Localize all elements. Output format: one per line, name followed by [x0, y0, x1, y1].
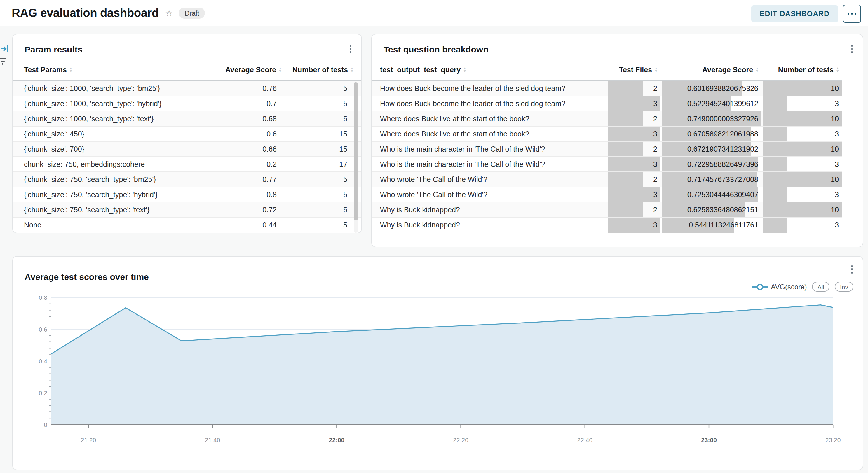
- test-params-cell: {'chunk_size': 1000, 'search_type': 'bm2…: [13, 84, 217, 93]
- number-of-tests-cell: 10: [763, 172, 842, 187]
- ellipsis-icon: [848, 13, 849, 14]
- cell-value: 3: [653, 130, 660, 138]
- dashboard-page: RAG evaluation dashboard ☆ Draft EDIT DA…: [0, 0, 868, 473]
- cell-value: 10: [831, 84, 842, 93]
- average-score-cell: 0.6258336480862151: [662, 202, 761, 217]
- column-header-number-of-tests[interactable]: Number of tests ▲▼: [287, 66, 361, 74]
- data-bar: [608, 157, 660, 171]
- test-params-cell: {'chunk_size': 750, 'search_type': 'bm25…: [13, 175, 217, 183]
- table-row: Who wrote 'The Call of the Wild'?20.7174…: [372, 172, 842, 187]
- table-row: Why is Buck kidnapped?30.544111324681176…: [372, 217, 842, 233]
- area-chart[interactable]: 21:2021:4022:0022:2022:4023:0023:2000.20…: [13, 257, 864, 471]
- cell-value: 3: [835, 191, 842, 199]
- data-bar: [763, 157, 786, 171]
- column-label: Number of tests: [292, 66, 348, 74]
- column-header-test-params[interactable]: Test Params ▲▼: [13, 66, 217, 74]
- test-query-cell: Why is Buck kidnapped?: [372, 206, 607, 214]
- average-score-cell: 0.5229452401399612: [662, 96, 761, 111]
- data-bar: [608, 81, 643, 96]
- svg-text:22:00: 22:00: [329, 437, 345, 443]
- number-of-tests-cell: 10: [763, 202, 842, 217]
- data-bar: [763, 142, 842, 156]
- column-header-test-files[interactable]: Test Files ▲▼: [608, 66, 660, 74]
- table-row: Who is the main character in 'The Call o…: [372, 142, 842, 157]
- panel-menu-kebab-icon[interactable]: [348, 42, 354, 55]
- cell-value: 10: [831, 114, 842, 123]
- cell-value: 0.6258336480862151: [687, 206, 761, 214]
- average-score-cell: 0.72: [217, 206, 287, 214]
- data-bar: [763, 127, 786, 141]
- data-bar: [763, 187, 786, 202]
- table-row: How does Buck become the leader of the s…: [372, 81, 842, 96]
- page-title: RAG evaluation dashboard: [12, 6, 159, 20]
- cell-value: 0.6721907341231902: [687, 145, 761, 153]
- cell-value: 10: [831, 145, 842, 153]
- test-params-cell: {'chunk_size': 1000, 'search_type': 'tex…: [13, 114, 217, 123]
- column-header-number-of-tests[interactable]: Number of tests ▲▼: [763, 66, 842, 74]
- number-of-tests-cell: 10: [763, 81, 842, 96]
- svg-text:21:20: 21:20: [81, 437, 96, 443]
- sort-icon: ▲▼: [654, 67, 658, 73]
- column-header-test-query[interactable]: test_output_test_query ▲▼: [372, 66, 607, 74]
- cell-value: 2: [653, 84, 660, 93]
- column-header-average-score[interactable]: Average Score ▲▼: [217, 66, 287, 74]
- average-score-cell: 0.44: [217, 221, 287, 229]
- expand-panel-icon[interactable]: [1, 44, 9, 55]
- filter-icon[interactable]: [0, 58, 5, 66]
- data-bar: [608, 187, 660, 202]
- edit-dashboard-button[interactable]: EDIT DASHBOARD: [751, 5, 838, 22]
- number-of-tests-cell: 3: [763, 96, 842, 111]
- test-params-cell: {'chunk_size': 750, 'search_type': 'text…: [13, 206, 217, 214]
- test-params-cell: None: [13, 221, 217, 229]
- sort-icon: ▲▼: [463, 67, 466, 73]
- number-of-tests-cell: 5: [287, 84, 361, 93]
- data-bar: [608, 142, 643, 156]
- status-badge: Draft: [179, 8, 205, 19]
- average-score-cell: 0.76: [217, 84, 287, 93]
- table-scrollbar[interactable]: [354, 82, 358, 233]
- number-of-tests-cell: 10: [763, 111, 842, 126]
- test-files-cell: 3: [608, 187, 660, 202]
- svg-text:0.6: 0.6: [39, 326, 47, 333]
- column-label: Test Files: [619, 66, 652, 74]
- table-row: {'chunk_size': 750, 'search_type': 'hybr…: [13, 187, 361, 202]
- table-row: {'chunk_size': 1000, 'search_type': 'hyb…: [13, 96, 361, 111]
- svg-text:22:40: 22:40: [577, 437, 593, 443]
- data-bar: [763, 202, 842, 217]
- column-header-average-score[interactable]: Average Score ▲▼: [662, 66, 761, 74]
- test-files-cell: 2: [608, 81, 660, 96]
- number-of-tests-cell: 5: [287, 175, 361, 183]
- cell-value: 3: [653, 160, 660, 168]
- test-files-cell: 2: [608, 202, 660, 217]
- cell-value: 10: [831, 206, 842, 214]
- data-bar: [608, 111, 643, 126]
- svg-text:22:20: 22:20: [453, 437, 468, 443]
- number-of-tests-cell: 17: [287, 160, 361, 168]
- table-row: {'chunk_size': 750, 'search_type': 'bm25…: [13, 172, 361, 187]
- sort-icon: ▲▼: [69, 67, 73, 73]
- svg-text:23:00: 23:00: [701, 437, 717, 443]
- number-of-tests-cell: 5: [287, 114, 361, 123]
- test-files-cell: 3: [608, 217, 660, 233]
- average-score-cell: 0.77: [217, 175, 287, 183]
- cell-value: 3: [835, 99, 842, 108]
- number-of-tests-cell: 5: [287, 191, 361, 199]
- average-score-cell: 0.66: [217, 145, 287, 153]
- param-table-body: {'chunk_size': 1000, 'search_type': 'bm2…: [13, 81, 361, 233]
- test-query-cell: Who wrote 'The Call of the Wild'?: [372, 191, 607, 199]
- svg-text:0: 0: [44, 421, 47, 428]
- top-bar: RAG evaluation dashboard ☆ Draft EDIT DA…: [0, 0, 868, 26]
- average-score-cell: 0.7253044446309407: [662, 187, 761, 202]
- number-of-tests-cell: 3: [763, 127, 842, 141]
- number-of-tests-cell: 3: [763, 217, 842, 233]
- number-of-tests-cell: 3: [763, 157, 842, 171]
- test-query-cell: Where does Buck live at the start of the…: [372, 114, 607, 123]
- average-score-cell: 0.7490000003327926: [662, 111, 761, 126]
- average-score-cell: 0.68: [217, 114, 287, 123]
- cell-value: 0.6705898212061988: [687, 130, 761, 138]
- data-bar: [763, 111, 842, 126]
- panel-menu-kebab-icon[interactable]: [849, 42, 855, 55]
- more-options-button[interactable]: [843, 5, 861, 23]
- scrollbar-thumb[interactable]: [354, 82, 358, 221]
- favorite-star-icon[interactable]: ☆: [165, 9, 173, 18]
